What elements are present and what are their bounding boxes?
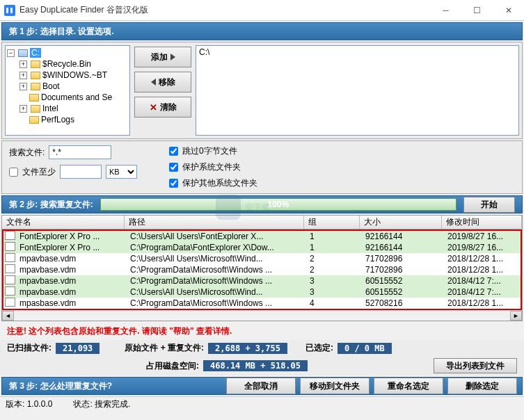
selected-value: 0 / 0 MB — [338, 343, 392, 354]
selected-label: 已选定: — [305, 342, 333, 354]
search-options-panel: 搜索文件: 文件至少 KB 跳过0字节文件 保护系统文件夹 保护其他系统文件夹 — [1, 140, 523, 194]
table-row[interactable]: mpavbase.vdmC:\Users\All Users\Microsoft… — [3, 253, 521, 264]
folder-icon — [31, 105, 40, 113]
row-checkbox[interactable] — [5, 298, 15, 307]
minimize-button[interactable]: ─ — [430, 0, 461, 20]
folder-icon — [31, 60, 40, 68]
step2-header: 第 2 步: 搜索重复文件: 100% 开始 — [1, 195, 523, 213]
selected-paths-list[interactable]: C:\ — [196, 45, 519, 136]
folder-icon — [29, 94, 39, 102]
disk-label: 占用磁盘空间: — [146, 360, 199, 372]
folder-icon — [29, 116, 39, 124]
skip-zero-option[interactable]: 跳过0字节文件 — [169, 145, 257, 157]
step1-header: 第 1 步: 选择目录. 设置选项. — [1, 22, 523, 40]
table-row[interactable]: mpavbase.vdmC:\ProgramData\Microsoft\Win… — [3, 264, 521, 275]
maximize-button[interactable]: ☐ — [461, 0, 493, 20]
progress-bar: 100% — [100, 198, 456, 211]
tree-root-label[interactable]: C: — [30, 48, 41, 58]
row-checkbox[interactable] — [5, 286, 15, 296]
folder-icon — [31, 83, 40, 90]
step1-label: 第 1 步: 选择目录. 设置选项. — [9, 26, 114, 38]
folder-selection-panel: − C: +$Recycle.Bin +$WINDOWS.~BT +Boot D… — [1, 42, 523, 139]
min-size-checkbox[interactable] — [9, 168, 18, 177]
protect-sys-checkbox[interactable] — [169, 163, 178, 172]
results-table: 文件名 路径 组 大小 修改时间 FontExplorer X Pro ...C… — [1, 215, 523, 321]
window-titlebar: Easy DupLicate Finder 谷普汉化版 ─ ☐ ✕ — [0, 0, 524, 21]
collapse-icon[interactable]: − — [7, 49, 15, 57]
stats-row-1: 已扫描文件: 21,093 原始文件 + 重复文件: 2,688 + 3,755… — [0, 340, 524, 356]
add-button[interactable]: 添加 — [134, 47, 191, 67]
folder-icon — [31, 72, 40, 79]
col-path[interactable]: 路径 — [125, 216, 304, 229]
col-date[interactable]: 修改时间 — [442, 216, 522, 229]
row-checkbox[interactable] — [5, 253, 15, 262]
export-button[interactable]: 导出列表到文件 — [434, 358, 517, 373]
path-item[interactable]: C:\ — [199, 47, 516, 57]
search-pattern-input[interactable] — [49, 145, 111, 159]
skip-zero-checkbox[interactable] — [169, 147, 178, 156]
col-size[interactable]: 大小 — [360, 216, 442, 229]
clear-button[interactable]: ✕清除 — [134, 97, 191, 118]
table-row[interactable]: mpasbase.vdmC:\ProgramData\Microsoft\Win… — [3, 298, 521, 309]
tree-item[interactable]: Documents and Se — [7, 92, 128, 103]
disk-value: 468.14 MB + 518.05 — [203, 360, 308, 371]
h-scrollbar[interactable]: ◄ ► — [2, 310, 522, 321]
col-group[interactable]: 组 — [304, 216, 360, 229]
version-label: 版本: — [6, 399, 24, 409]
step3-label: 第 3 步: 怎么处理重复文件? — [9, 380, 224, 392]
delete-button[interactable]: 删除选定 — [447, 378, 517, 394]
orig-dup-label: 原始文件 + 重复文件: — [125, 342, 204, 354]
close-button[interactable]: ✕ — [493, 0, 524, 20]
window-title: Easy DupLicate Finder 谷普汉化版 — [19, 4, 430, 16]
notice-text: 注意! 这个列表包含原始和重复文件. 请阅读 "帮助" 查看详情. — [0, 323, 524, 340]
folder-tree[interactable]: − C: +$Recycle.Bin +$WINDOWS.~BT +Boot D… — [5, 45, 130, 136]
stats-row-2: 占用磁盘空间: 468.14 MB + 518.05 导出列表到文件 — [0, 356, 524, 375]
table-row[interactable]: FontExplorer X Pro ...C:\ProgramData\Fon… — [3, 242, 521, 253]
row-checkbox[interactable] — [5, 242, 15, 251]
tree-item[interactable]: +Intel — [7, 103, 128, 114]
table-header: 文件名 路径 组 大小 修改时间 — [2, 216, 522, 229]
expand-icon[interactable]: + — [19, 83, 27, 90]
step2-label: 第 2 步: 搜索重复文件: — [9, 199, 93, 211]
expand-icon[interactable]: + — [19, 105, 27, 113]
step3-header: 第 3 步: 怎么处理重复文件? 全部取消 移动到文件夹 重命名选定 删除选定 — [1, 377, 523, 395]
scroll-left-icon[interactable]: ◄ — [2, 311, 14, 321]
status-bar: 版本: 1.0.0.0 状态: 搜索完成. — [0, 396, 524, 412]
expand-icon[interactable]: + — [19, 72, 27, 79]
app-icon — [4, 5, 15, 16]
tree-item[interactable]: +$WINDOWS.~BT — [7, 70, 128, 81]
expand-icon[interactable]: + — [19, 60, 27, 68]
scroll-right-icon[interactable]: ► — [510, 311, 522, 321]
protect-other-checkbox[interactable] — [169, 179, 178, 188]
rename-button[interactable]: 重命名选定 — [374, 378, 443, 394]
protect-other-option[interactable]: 保护其他系统文件夹 — [169, 177, 257, 189]
orig-dup-value: 2,688 + 3,755 — [208, 343, 287, 354]
size-unit-select[interactable]: KB — [106, 165, 137, 179]
drive-icon — [18, 49, 28, 57]
version-value: 1.0.0.0 — [27, 399, 53, 409]
row-checkbox[interactable] — [5, 275, 15, 284]
scanned-label: 已扫描文件: — [7, 342, 51, 354]
unselect-all-button[interactable]: 全部取消 — [226, 378, 296, 394]
arrow-left-icon — [151, 79, 156, 86]
row-checkbox[interactable] — [5, 264, 15, 273]
table-row[interactable]: FontExplorer X Pro ...C:\Users\All Users… — [3, 231, 521, 242]
arrow-right-icon — [170, 54, 175, 60]
remove-button[interactable]: 移除 — [134, 72, 191, 92]
tree-item[interactable]: PerfLogs — [7, 114, 128, 125]
start-button[interactable]: 开始 — [463, 197, 515, 213]
protect-sys-option[interactable]: 保护系统文件夹 — [169, 161, 257, 173]
move-button[interactable]: 移动到文件夹 — [300, 378, 370, 394]
state-value: 搜索完成. — [95, 399, 130, 409]
row-checkbox[interactable] — [5, 231, 15, 240]
tree-item[interactable]: +$Recycle.Bin — [7, 58, 128, 70]
state-label: 状态: — [73, 399, 92, 409]
table-row[interactable]: mpavbase.vdmC:\ProgramData\Microsoft\Win… — [3, 275, 521, 286]
min-size-input[interactable] — [60, 165, 102, 179]
col-filename[interactable]: 文件名 — [2, 216, 125, 229]
tree-root[interactable]: − C: — [7, 47, 128, 58]
tree-item[interactable]: +Boot — [7, 81, 128, 92]
min-size-label: 文件至少 — [22, 166, 56, 178]
table-row[interactable]: mpavbase.vdmC:\Users\All Users\Microsoft… — [3, 286, 521, 298]
x-icon: ✕ — [150, 102, 157, 113]
